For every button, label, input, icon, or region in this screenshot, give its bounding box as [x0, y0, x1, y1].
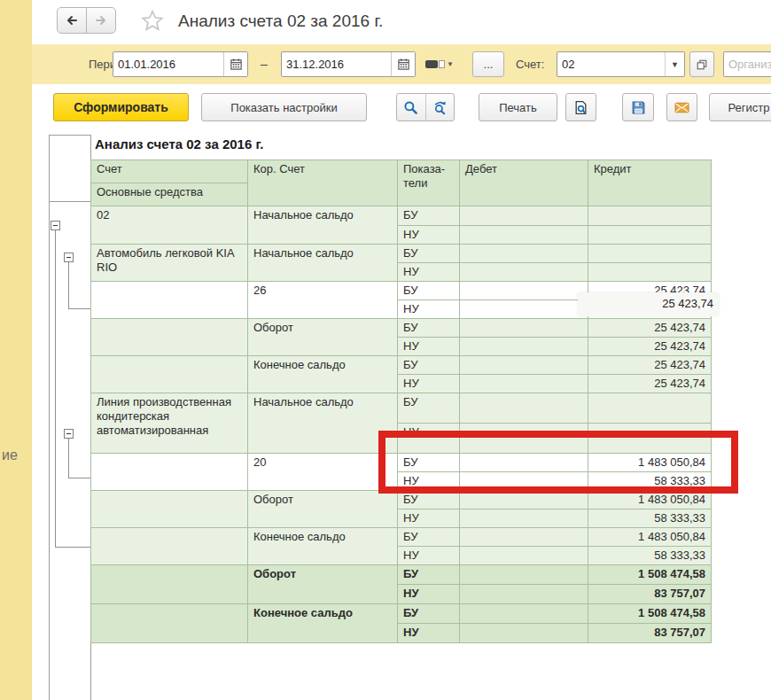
cell-credit-nu[interactable]: 25 423,74: [588, 338, 712, 356]
cell-credit-nu[interactable]: 83 757,07: [588, 624, 712, 643]
cell-account[interactable]: [91, 454, 248, 491]
cell-indicator-nu[interactable]: НУ: [398, 547, 460, 565]
cell-indicator-nu[interactable]: НУ: [398, 509, 460, 528]
cell-indicator-nu[interactable]: НУ: [398, 375, 460, 393]
cell-indicator-bu[interactable]: БУ: [398, 206, 460, 226]
cell-indicator-nu[interactable]: НУ: [398, 585, 460, 604]
cell-corr-account[interactable]: Конечное сальдо: [248, 604, 398, 643]
show-settings-button[interactable]: Показать настройки: [201, 93, 367, 121]
cell-indicator-bu[interactable]: БУ: [398, 528, 460, 547]
cell-debit-nu[interactable]: [460, 509, 588, 528]
account-field[interactable]: ▼: [557, 51, 685, 77]
email-button[interactable]: [666, 93, 697, 121]
date-from-input[interactable]: [113, 52, 223, 76]
cell-debit-bu[interactable]: [460, 319, 588, 338]
register-button[interactable]: Регистр: [709, 93, 771, 121]
cell-credit-bu[interactable]: [588, 393, 712, 424]
cell-indicator-bu[interactable]: БУ: [398, 356, 460, 375]
cell-account[interactable]: [91, 528, 248, 565]
organization-input[interactable]: [724, 52, 771, 76]
cell-debit-bu[interactable]: [460, 282, 588, 300]
cell-corr-account[interactable]: 20: [248, 454, 398, 491]
cell-corr-account[interactable]: 26: [248, 282, 398, 319]
cell-debit-bu[interactable]: [460, 565, 588, 585]
print-preview-button[interactable]: [565, 93, 596, 121]
collapse-minus-icon[interactable]: [64, 429, 74, 439]
collapse-minus-icon[interactable]: [64, 253, 74, 262]
cell-credit-bu[interactable]: [588, 206, 712, 226]
cell-indicator-bu[interactable]: БУ: [398, 245, 460, 263]
cell-corr-account[interactable]: Конечное сальдо: [248, 356, 398, 393]
cell-credit-nu[interactable]: 58 333,33: [588, 509, 712, 528]
cell-debit-bu[interactable]: [460, 393, 588, 424]
cell-indicator-nu[interactable]: НУ: [398, 624, 460, 643]
account-open-button[interactable]: [689, 51, 714, 77]
cell-account[interactable]: [91, 491, 248, 528]
cell-account[interactable]: 02: [91, 206, 248, 245]
cell-credit-bu[interactable]: 25 423,74: [588, 356, 712, 375]
calendar-icon[interactable]: [223, 52, 247, 76]
cell-indicator-bu[interactable]: БУ: [398, 319, 460, 338]
cell-debit-nu[interactable]: [460, 263, 588, 282]
cell-credit-nu[interactable]: [588, 226, 712, 245]
cell-debit-nu[interactable]: [460, 338, 588, 356]
caret-down-icon[interactable]: ▼: [665, 52, 684, 76]
search-next-button[interactable]: [425, 94, 455, 121]
cell-debit-nu[interactable]: [460, 547, 588, 565]
cell-credit-bu[interactable]: 1 508 474,58: [588, 604, 712, 624]
cell-debit-bu[interactable]: [460, 245, 588, 263]
cell-credit-nu[interactable]: [588, 263, 712, 282]
cell-corr-account[interactable]: Оборот: [248, 319, 398, 356]
cell-debit-bu[interactable]: [460, 206, 588, 226]
date-from-field[interactable]: [113, 51, 248, 77]
save-button[interactable]: [622, 93, 654, 121]
search-button[interactable]: [397, 94, 425, 121]
cell-account[interactable]: [91, 319, 248, 356]
collapse-minus-icon[interactable]: [51, 221, 60, 230]
cell-debit-nu[interactable]: [460, 585, 588, 604]
cell-corr-account[interactable]: Начальное сальдо: [248, 245, 398, 282]
generate-button[interactable]: Сформировать: [53, 93, 189, 121]
cell-credit-nu[interactable]: 25 423,74: [588, 375, 712, 393]
cell-debit-bu[interactable]: [460, 604, 588, 624]
cell-debit-nu[interactable]: [460, 624, 588, 643]
cell-debit-nu[interactable]: [460, 300, 588, 319]
cell-credit-bu[interactable]: 1 508 474,58: [588, 565, 712, 585]
print-button[interactable]: Печать: [479, 93, 557, 121]
cell-debit-nu[interactable]: [460, 375, 588, 393]
cell-debit-bu[interactable]: [460, 528, 588, 547]
cell-indicator-bu[interactable]: БУ: [398, 604, 460, 624]
cell-indicator-bu[interactable]: БУ: [398, 565, 460, 585]
cell-indicator-nu[interactable]: НУ: [398, 300, 460, 319]
cell-account[interactable]: [91, 282, 248, 319]
back-button[interactable]: [57, 7, 87, 34]
cell-credit-bu[interactable]: 25 423,74: [588, 319, 712, 338]
period-preset-button[interactable]: ▼: [423, 51, 456, 77]
cell-indicator-bu[interactable]: БУ: [398, 282, 460, 300]
calendar-icon[interactable]: [391, 52, 415, 76]
left-panel-strip[interactable]: [0, 0, 32, 700]
cell-account[interactable]: [91, 356, 248, 393]
cell-indicator-bu[interactable]: БУ: [398, 393, 460, 424]
cell-account[interactable]: [91, 565, 248, 604]
cell-corr-account[interactable]: Оборот: [248, 565, 398, 604]
more-options-button[interactable]: ...: [472, 51, 504, 77]
date-to-field[interactable]: [281, 51, 416, 77]
account-input[interactable]: [557, 52, 665, 76]
forward-button[interactable]: [86, 7, 116, 34]
cell-account[interactable]: Линия производственная кондитерская авто…: [91, 393, 248, 454]
cell-indicator-nu[interactable]: НУ: [398, 263, 460, 282]
date-to-input[interactable]: [282, 52, 391, 76]
cell-credit-nu[interactable]: 83 757,07: [588, 585, 712, 604]
cell-corr-account[interactable]: Начальное сальдо: [248, 206, 398, 245]
cell-debit-nu[interactable]: [460, 226, 588, 245]
cell-account[interactable]: Автомобиль легковой KIA RIO: [91, 245, 248, 282]
cell-credit-bu[interactable]: 1 483 050,84: [588, 528, 712, 547]
cell-corr-account[interactable]: Конечное сальдо: [248, 528, 398, 565]
cell-indicator-nu[interactable]: НУ: [398, 338, 460, 356]
cell-indicator-nu[interactable]: НУ: [398, 226, 460, 245]
organization-field[interactable]: [723, 51, 771, 77]
cell-credit-nu[interactable]: 58 333,33: [588, 547, 712, 565]
cell-credit-bu[interactable]: [588, 245, 712, 263]
cell-corr-account[interactable]: Оборот: [248, 491, 398, 528]
